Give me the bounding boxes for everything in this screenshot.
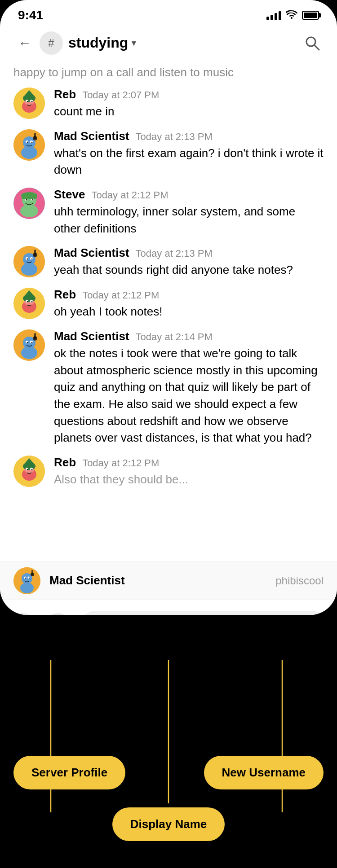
new-username-button[interactable]: New Username — [204, 756, 324, 789]
message-content: Reb Today at 2:12 PM Also that they shou… — [54, 456, 324, 488]
message-header: Reb Today at 2:12 PM — [54, 288, 324, 302]
status-icons — [266, 9, 319, 22]
signal-icon — [266, 10, 281, 20]
active-user-tag: phibiscool — [275, 574, 324, 587]
svg-point-25 — [26, 199, 27, 201]
svg-point-29 — [33, 196, 37, 199]
message-header: Mad Scientist Today at 2:13 PM — [54, 246, 324, 260]
message-username: Mad Scientist — [54, 129, 129, 143]
text-input-wrapper[interactable] — [79, 611, 328, 615]
message-text: oh yeah I took notes! — [54, 303, 324, 320]
message-text: ok the notes i took were that we're goin… — [54, 345, 324, 447]
message-username: Steve — [54, 188, 85, 202]
status-bar: 9:41 — [0, 0, 337, 27]
svg-point-10 — [31, 101, 33, 102]
message-item: Reb Today at 2:12 PM oh yeah I took note… — [0, 285, 337, 323]
channel-hash-icon: # — [40, 31, 63, 55]
message-item: Steve Today at 2:12 PM uhh terminology, … — [0, 185, 337, 240]
message-text: yeah that sounds right did anyone take n… — [54, 262, 324, 279]
avatar — [13, 246, 45, 277]
svg-rect-19 — [34, 133, 36, 139]
message-timestamp: Today at 2:12 PM — [82, 457, 159, 469]
message-item: Mad Scientist Today at 2:14 PM ok the no… — [0, 327, 337, 449]
message-content: Mad Scientist Today at 2:13 PM what's on… — [54, 129, 324, 179]
svg-point-71 — [25, 577, 26, 578]
display-name-button[interactable]: Display Name — [112, 807, 225, 841]
svg-point-47 — [31, 301, 33, 302]
channel-name[interactable]: studying ▾ — [68, 35, 301, 51]
message-text: uhh terminology, inner solar system, and… — [54, 203, 324, 237]
svg-point-65 — [31, 469, 33, 470]
svg-point-9 — [27, 101, 28, 102]
channel-header: ← # studying ▾ — [0, 27, 337, 59]
message-timestamp: Today at 2:13 PM — [136, 131, 213, 143]
active-user-bar: Mad Scientist phibiscool — [0, 561, 337, 600]
message-content: Mad Scientist Today at 2:14 PM ok the no… — [54, 329, 324, 447]
input-bar: + — [0, 600, 337, 615]
svg-point-72 — [29, 577, 30, 578]
avatar — [13, 188, 45, 219]
server-profile-button[interactable]: Server Profile — [13, 756, 125, 789]
svg-point-54 — [31, 342, 33, 343]
message-content: Steve Today at 2:12 PM uhh terminology, … — [54, 188, 324, 237]
svg-point-36 — [31, 259, 33, 260]
message-item: Reb Today at 2:12 PM Also that they shou… — [0, 453, 337, 491]
back-button[interactable]: ← — [13, 32, 36, 54]
avatar — [13, 329, 45, 361]
message-header: Reb Today at 2:07 PM — [54, 88, 324, 101]
messages-area: happy to jump on a call and listen to mu… — [0, 59, 337, 561]
svg-point-46 — [27, 301, 28, 302]
svg-rect-74 — [31, 570, 33, 575]
message-username: Mad Scientist — [54, 329, 129, 343]
message-timestamp: Today at 2:13 PM — [136, 248, 213, 259]
message-timestamp: Today at 2:12 PM — [91, 189, 168, 201]
svg-point-13 — [21, 146, 37, 159]
active-username: Mad Scientist — [49, 574, 266, 587]
phone-screen: 9:41 ← # studying — [0, 0, 337, 615]
message-username: Mad Scientist — [54, 246, 129, 260]
svg-point-28 — [22, 196, 25, 199]
svg-rect-56 — [34, 333, 36, 339]
active-user-avatar — [13, 567, 40, 594]
message-timestamp: Today at 2:07 PM — [82, 89, 159, 101]
avatar — [13, 288, 45, 319]
message-text: count me in — [54, 103, 324, 120]
back-arrow-icon: ← — [18, 35, 31, 51]
message-header: Steve Today at 2:12 PM — [54, 188, 324, 202]
svg-point-35 — [27, 259, 28, 260]
search-button[interactable] — [301, 32, 324, 54]
message-header: Mad Scientist Today at 2:13 PM — [54, 129, 324, 143]
message-timestamp: Today at 2:14 PM — [136, 331, 213, 343]
battery-icon — [302, 11, 319, 20]
partial-top-message: happy to jump on a call and listen to mu… — [0, 64, 337, 85]
message-item: Reb Today at 2:07 PM count me in — [0, 85, 337, 123]
avatar — [13, 88, 45, 119]
message-username: Reb — [54, 288, 76, 302]
message-username: Reb — [54, 88, 76, 101]
svg-point-64 — [27, 469, 28, 470]
message-item: Mad Scientist Today at 2:13 PM yeah that… — [0, 243, 337, 281]
message-text: Also that they should be... — [54, 471, 324, 488]
annotation-buttons: Server Profile New Username — [0, 756, 337, 789]
chevron-down-icon: ▾ — [132, 38, 136, 48]
message-header: Mad Scientist Today at 2:14 PM — [54, 329, 324, 343]
message-content: Reb Today at 2:12 PM oh yeah I took note… — [54, 288, 324, 320]
message-text: what's on the first exam again? i don't … — [54, 145, 324, 179]
svg-point-22 — [20, 205, 38, 217]
svg-point-26 — [32, 199, 34, 201]
svg-point-32 — [21, 263, 37, 276]
message-item: Mad Scientist Today at 2:13 PM what's on… — [0, 127, 337, 181]
status-time: 9:41 — [18, 8, 43, 22]
svg-line-1 — [315, 45, 319, 50]
wifi-icon — [286, 9, 297, 22]
avatar — [13, 456, 45, 487]
svg-point-53 — [27, 342, 28, 343]
message-content: Mad Scientist Today at 2:13 PM yeah that… — [54, 246, 324, 279]
message-header: Reb Today at 2:12 PM — [54, 456, 324, 469]
avatar — [13, 129, 45, 161]
svg-rect-38 — [34, 250, 36, 256]
annotation-area: Server Profile New Username Display Name — [0, 615, 337, 868]
message-timestamp: Today at 2:12 PM — [82, 289, 159, 301]
svg-point-50 — [21, 346, 37, 359]
svg-point-68 — [20, 583, 34, 593]
